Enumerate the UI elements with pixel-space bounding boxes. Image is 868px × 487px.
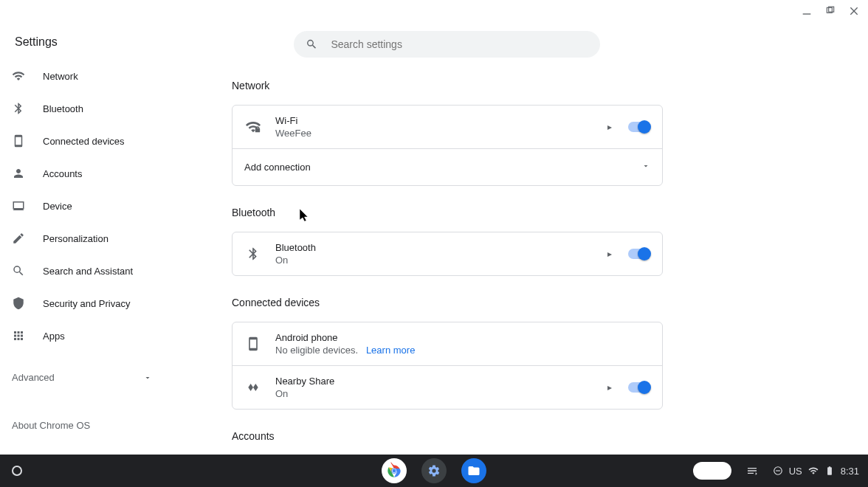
- phone-label: Android phone: [275, 332, 415, 343]
- close-button[interactable]: [847, 4, 861, 18]
- phone-status: No eligible devices. Learn more: [275, 345, 415, 356]
- bluetooth-status: On: [275, 255, 316, 266]
- sidebar-item-label: Network: [43, 71, 78, 82]
- sidebar-item-security[interactable]: Security and Privacy: [12, 294, 159, 313]
- shield-icon: [12, 297, 25, 310]
- time-label: 8:31: [841, 466, 859, 477]
- nearby-label: Nearby Share: [275, 376, 334, 387]
- window-controls: [800, 4, 861, 18]
- bluetooth-icon: [12, 102, 25, 115]
- wifi-status: WeeFee: [275, 128, 311, 139]
- sidebar-advanced[interactable]: Advanced: [12, 372, 152, 383]
- sidebar-about[interactable]: About Chrome OS: [12, 420, 159, 431]
- nearby-toggle[interactable]: [628, 382, 649, 393]
- status-area[interactable]: US 8:31: [693, 460, 859, 481]
- sidebar-item-bluetooth[interactable]: Bluetooth: [12, 99, 159, 118]
- sidebar-item-apps[interactable]: Apps: [12, 326, 159, 345]
- connected-card: Android phone No eligible devices. Learn…: [232, 322, 663, 410]
- apps-icon: [12, 329, 25, 342]
- wifi-toggle[interactable]: [628, 122, 649, 132]
- bluetooth-toggle[interactable]: [628, 249, 649, 259]
- launcher-button[interactable]: [12, 466, 22, 476]
- wifi-row[interactable]: Wi-Fi WeeFee ▸: [232, 106, 662, 148]
- wifi-label: Wi-Fi: [275, 115, 311, 126]
- add-connection-label: Add connection: [244, 162, 311, 173]
- nearby-share-row[interactable]: Nearby Share On ▸: [232, 365, 662, 409]
- chevron-right-icon: ▸: [607, 382, 615, 393]
- advanced-label: Advanced: [12, 372, 55, 383]
- sidebar-item-search-assistant[interactable]: Search and Assistant: [12, 261, 159, 280]
- android-phone-row[interactable]: Android phone No eligible devices. Learn…: [232, 322, 662, 365]
- wifi-lock-icon: [244, 118, 262, 136]
- search-bar[interactable]: [294, 31, 600, 58]
- phone-icon: [244, 335, 262, 353]
- learn-more-link[interactable]: Learn more: [366, 345, 415, 356]
- wifi-icon: [12, 69, 25, 83]
- sidebar-item-device[interactable]: Device: [12, 196, 159, 215]
- svg-point-10: [393, 469, 396, 473]
- add-connection-row[interactable]: Add connection: [232, 148, 662, 185]
- sidebar-item-label: Search and Assistant: [43, 266, 133, 277]
- bluetooth-label: Bluetooth: [275, 242, 316, 253]
- network-card: Wi-Fi WeeFee ▸ Add connection: [232, 105, 663, 186]
- chevron-down-icon: [143, 373, 152, 382]
- phone-status-text: No eligible devices.: [275, 345, 358, 356]
- tote-icon[interactable]: [742, 460, 762, 481]
- nearby-status: On: [275, 388, 334, 399]
- files-app-icon[interactable]: [461, 458, 486, 483]
- dnd-icon: [773, 466, 783, 476]
- sidebar-item-connected[interactable]: Connected devices: [12, 131, 159, 151]
- chevron-down-icon: [641, 162, 650, 173]
- main-content: Network Wi-Fi WeeFee ▸ Add connection Bl…: [232, 80, 663, 452]
- maximize-button[interactable]: [824, 4, 837, 18]
- sidebar-item-label: Accounts: [43, 168, 82, 179]
- shelf: US 8:31: [0, 455, 868, 487]
- section-title-bluetooth: Bluetooth: [232, 207, 663, 218]
- stylus-palette[interactable]: [693, 462, 731, 480]
- bluetooth-card: Bluetooth On ▸: [232, 232, 663, 276]
- ime-label: US: [789, 466, 802, 477]
- sidebar-item-label: Personalization: [43, 233, 108, 244]
- bluetooth-icon: [244, 245, 262, 263]
- page-title: Settings: [15, 35, 58, 49]
- phone-icon: [12, 134, 25, 148]
- sidebar-item-network[interactable]: Network: [12, 66, 159, 86]
- battery-icon: [824, 466, 835, 476]
- nearby-share-icon: [244, 379, 262, 396]
- edit-icon: [12, 232, 25, 245]
- section-title-connected: Connected devices: [232, 297, 663, 308]
- search-icon: [306, 38, 317, 51]
- settings-app-icon[interactable]: [421, 458, 447, 483]
- minimize-button[interactable]: [800, 4, 813, 18]
- svg-rect-0: [803, 13, 811, 14]
- search-icon: [12, 264, 25, 277]
- cursor-icon: [300, 209, 310, 224]
- status-tray[interactable]: US 8:31: [773, 466, 859, 477]
- search-input[interactable]: [331, 38, 588, 50]
- wifi-status-icon: [808, 466, 819, 476]
- sidebar-item-label: Device: [43, 201, 72, 212]
- person-icon: [12, 167, 25, 180]
- section-title-accounts: Accounts: [232, 430, 663, 442]
- section-title-network: Network: [232, 80, 663, 91]
- shelf-apps: [382, 458, 486, 483]
- laptop-icon: [12, 199, 25, 213]
- bluetooth-row[interactable]: Bluetooth On ▸: [232, 232, 662, 275]
- sidebar-item-label: Apps: [43, 331, 65, 342]
- sidebar-item-label: Bluetooth: [43, 103, 83, 114]
- sidebar-item-label: Security and Privacy: [43, 298, 131, 309]
- sidebar-item-accounts[interactable]: Accounts: [12, 164, 159, 183]
- sidebar-item-label: Connected devices: [43, 136, 125, 147]
- sidebar-item-personalization[interactable]: Personalization: [12, 229, 159, 248]
- chevron-right-icon: ▸: [607, 249, 615, 259]
- sidebar: Network Bluetooth Connected devices Acco…: [12, 66, 159, 431]
- chrome-app-icon[interactable]: [382, 458, 407, 483]
- chevron-right-icon: ▸: [607, 122, 615, 132]
